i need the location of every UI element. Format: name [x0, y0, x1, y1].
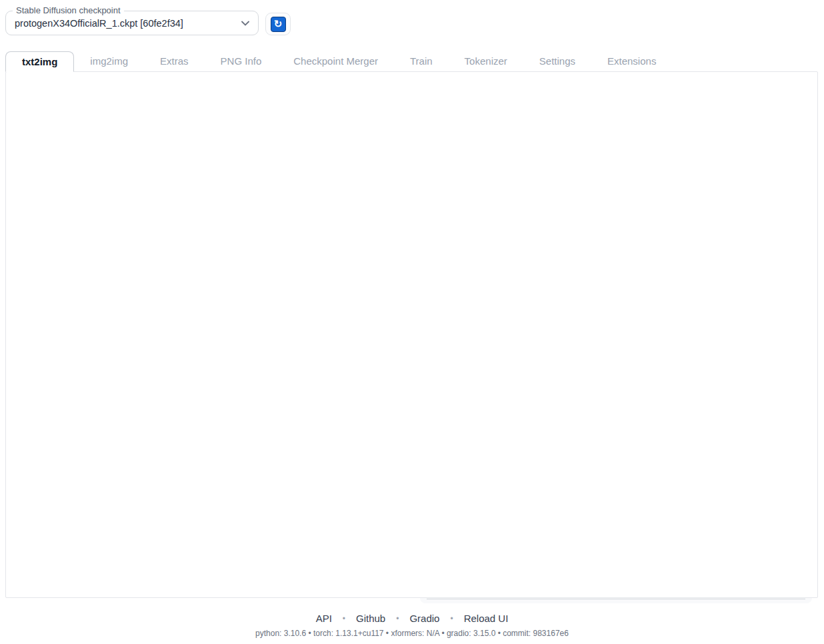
- txt2img-panel: [5, 71, 818, 598]
- tab-train[interactable]: Train: [394, 51, 449, 72]
- footer-version-info: python: 3.10.6 • torch: 1.13.1+cu117 • x…: [0, 629, 824, 638]
- separator-dot: •: [343, 614, 345, 623]
- footer-link-gradio[interactable]: Gradio: [409, 613, 439, 624]
- tab-extras[interactable]: Extras: [144, 51, 205, 72]
- footer-link-api[interactable]: API: [316, 613, 332, 624]
- tab-extensions[interactable]: Extensions: [591, 51, 672, 72]
- refresh-checkpoint-button[interactable]: ↻: [265, 13, 291, 35]
- tab-checkpoint-merger[interactable]: Checkpoint Merger: [277, 51, 394, 72]
- chevron-down-icon: [241, 21, 249, 26]
- tab-tokenizer[interactable]: Tokenizer: [449, 51, 523, 72]
- footer-link-reload-ui[interactable]: Reload UI: [464, 613, 509, 624]
- tab-png-info[interactable]: PNG Info: [205, 51, 278, 72]
- separator-dot: •: [450, 614, 453, 623]
- checkpoint-dropdown[interactable]: Stable Diffusion checkpoint protogenX34O…: [5, 11, 259, 35]
- tab-img2img[interactable]: img2img: [74, 51, 144, 72]
- tab-settings[interactable]: Settings: [523, 51, 591, 72]
- refresh-icon: ↻: [271, 17, 286, 32]
- tab-bar: txt2img img2img Extras PNG Info Checkpoi…: [5, 51, 819, 72]
- separator-dot: •: [396, 614, 399, 623]
- checkpoint-value: protogenX34OfficialR_1.ckpt [60fe2f34]: [15, 18, 183, 29]
- stable-diffusion-webui: Stable Diffusion checkpoint protogenX34O…: [0, 0, 824, 644]
- checkpoint-label: Stable Diffusion checkpoint: [13, 5, 124, 15]
- footer-links: API • Github • Gradio • Reload UI: [0, 613, 824, 624]
- footer-link-github[interactable]: Github: [356, 613, 385, 624]
- tab-txt2img[interactable]: txt2img: [5, 51, 74, 72]
